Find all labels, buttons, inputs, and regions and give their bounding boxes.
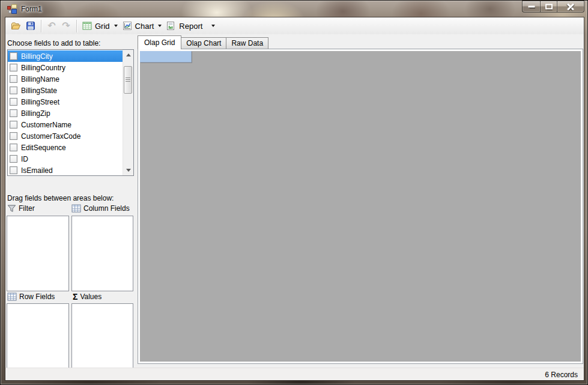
minimize-button[interactable] xyxy=(522,1,540,13)
arrow-down-icon xyxy=(126,169,131,172)
report-menu-button[interactable]: Report xyxy=(164,19,217,33)
field-list[interactable]: BillingCity BillingCountry BillingName B… xyxy=(7,49,134,176)
field-row-billingstate[interactable]: BillingState xyxy=(8,85,123,96)
field-checkbox[interactable] xyxy=(10,166,17,174)
tab-label: Olap Grid xyxy=(144,38,175,47)
toolbar-separator xyxy=(76,20,77,32)
tab-label: Raw Data xyxy=(231,39,263,47)
scroll-down-button[interactable] xyxy=(123,165,133,175)
arrow-up-icon xyxy=(126,53,131,56)
toolbar-separator xyxy=(41,20,41,32)
tab-olap-grid[interactable]: Olap Grid xyxy=(138,35,181,49)
filter-drop-area[interactable] xyxy=(7,216,69,291)
grid-corner-cell xyxy=(140,51,192,62)
grid-menu-button[interactable]: Grid xyxy=(80,19,120,33)
maximize-button[interactable] xyxy=(540,1,557,13)
field-checkbox[interactable] xyxy=(10,98,17,106)
values-label-text: Values xyxy=(80,293,102,301)
chevron-down-icon xyxy=(211,25,215,27)
field-label: BillingZip xyxy=(21,109,50,118)
column-fields-drop-area[interactable] xyxy=(71,216,133,291)
minimize-icon xyxy=(528,6,535,8)
scrollbar-thumb[interactable] xyxy=(124,66,132,94)
save-floppy-icon xyxy=(26,21,35,31)
report-icon xyxy=(166,21,175,31)
maximize-icon xyxy=(545,4,553,10)
field-label: EditSequence xyxy=(21,144,66,152)
field-list-scrollbar[interactable] xyxy=(123,50,133,175)
field-label: CustomerName xyxy=(21,121,71,129)
field-row-billingcountry[interactable]: BillingCountry xyxy=(8,62,123,73)
field-checkbox[interactable] xyxy=(10,155,17,163)
field-row-billingstreet[interactable]: BillingStreet xyxy=(8,96,123,108)
table-icon xyxy=(7,293,17,301)
table-icon xyxy=(71,204,81,213)
toolbar: ↶ ↷ Grid xyxy=(5,17,584,34)
chart-icon xyxy=(123,21,132,31)
olap-tab-control: Olap Grid Olap Chart Raw Data xyxy=(138,35,583,364)
field-row-billingname[interactable]: BillingName xyxy=(8,73,123,85)
column-fields-label-text: Column Fields xyxy=(83,204,130,213)
icon-blue-square xyxy=(11,9,17,14)
tab-raw-data[interactable]: Raw Data xyxy=(226,37,268,49)
field-checkbox[interactable] xyxy=(10,64,17,71)
tab-label: Olap Chart xyxy=(186,39,221,47)
field-rows: BillingCity BillingCountry BillingName B… xyxy=(8,50,123,176)
report-menu-label: Report xyxy=(178,22,203,31)
field-checkbox[interactable] xyxy=(10,75,17,83)
field-chooser-panel: Choose fields to add to table: BillingCi… xyxy=(5,34,135,368)
app-window: Form1 xyxy=(0,0,588,385)
field-label: IsEmailed xyxy=(21,166,53,175)
record-count-label: 6 Records xyxy=(545,371,578,379)
field-checkbox[interactable] xyxy=(10,109,17,117)
field-row-id[interactable]: ID xyxy=(8,153,123,165)
scroll-up-button[interactable] xyxy=(123,50,133,60)
icon-yellow-square xyxy=(11,4,17,8)
undo-button[interactable]: ↶ xyxy=(44,19,59,33)
grid-menu-label: Grid xyxy=(94,22,111,31)
caption-buttons xyxy=(522,1,584,13)
field-label: BillingStreet xyxy=(21,98,59,106)
window-title: Form1 xyxy=(21,5,42,13)
field-checkbox[interactable] xyxy=(10,144,17,151)
field-checkbox[interactable] xyxy=(10,52,17,60)
field-row-customername[interactable]: CustomerName xyxy=(8,119,123,130)
open-button[interactable] xyxy=(8,19,23,33)
filter-icon xyxy=(7,204,16,213)
olap-grid-surface xyxy=(139,50,582,363)
status-bar: 6 Records xyxy=(5,368,584,380)
icon-red-square xyxy=(7,6,11,10)
field-label: ID xyxy=(21,155,28,163)
values-area-label: Σ Values xyxy=(73,293,102,301)
field-checkbox[interactable] xyxy=(10,86,17,94)
title-bar[interactable]: Form1 xyxy=(1,1,587,17)
tab-strip: Olap Grid Olap Chart Raw Data xyxy=(138,35,583,49)
undo-icon: ↶ xyxy=(47,21,55,31)
field-checkbox[interactable] xyxy=(10,132,17,140)
close-button[interactable] xyxy=(557,1,584,13)
field-row-billingzip[interactable]: BillingZip xyxy=(8,108,123,119)
field-checkbox[interactable] xyxy=(10,121,17,129)
field-row-customertaxcode[interactable]: CustomerTaxCode xyxy=(8,130,123,142)
filter-label-text: Filter xyxy=(19,204,35,213)
redo-button[interactable]: ↷ xyxy=(59,19,73,33)
form-app-icon xyxy=(7,4,17,14)
tab-olap-chart[interactable]: Olap Chart xyxy=(181,37,226,49)
field-label: BillingState xyxy=(21,86,57,95)
chart-menu-label: Chart xyxy=(135,22,155,31)
chart-menu-button[interactable]: Chart xyxy=(120,19,165,33)
chevron-down-icon xyxy=(158,25,162,27)
field-label: BillingCity xyxy=(21,52,53,61)
field-row-billingcity[interactable]: BillingCity xyxy=(8,50,123,62)
field-row-editsequence[interactable]: EditSequence xyxy=(8,142,123,153)
client-area: ↶ ↷ Grid xyxy=(5,17,584,380)
field-row-isemailed[interactable]: IsEmailed xyxy=(8,165,123,176)
chevron-down-icon xyxy=(114,25,118,27)
field-label: CustomerTaxCode xyxy=(21,132,80,141)
choose-fields-label: Choose fields to add to table: xyxy=(7,39,100,47)
field-label: BillingName xyxy=(21,75,59,83)
save-button[interactable] xyxy=(23,19,38,33)
close-icon xyxy=(566,2,575,11)
open-folder-icon xyxy=(11,21,21,31)
scrollbar-grip-icon xyxy=(126,77,130,82)
